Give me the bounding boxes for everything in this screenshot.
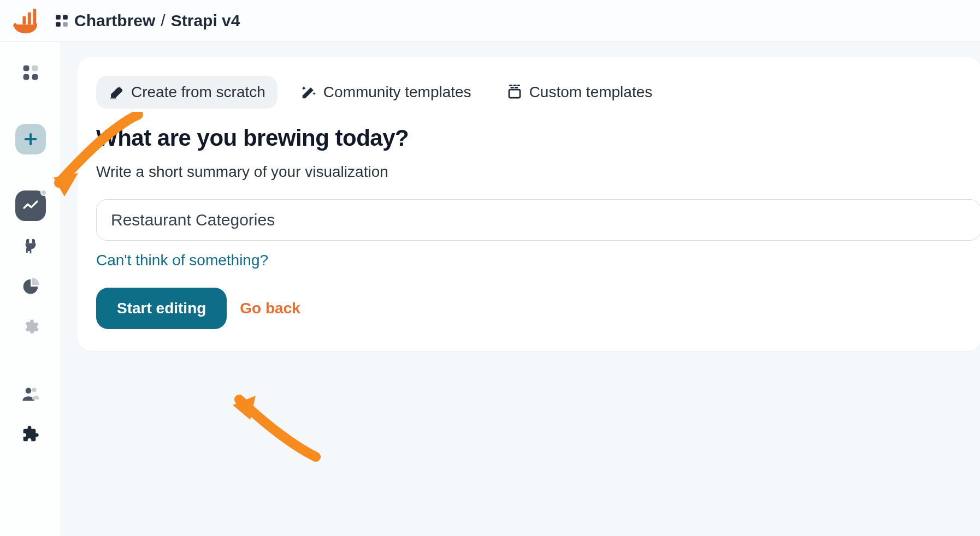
chart-name-input[interactable]	[96, 199, 980, 241]
svg-rect-5	[63, 15, 68, 20]
svg-rect-2	[28, 13, 31, 25]
breadcrumb-grid-icon	[55, 14, 69, 28]
svg-point-0	[13, 23, 17, 27]
svg-rect-10	[23, 74, 29, 80]
go-back-button[interactable]: Go back	[240, 300, 300, 317]
tab-label: Custom templates	[529, 84, 653, 101]
svg-rect-11	[32, 74, 38, 80]
sidebar-item-add[interactable]	[15, 124, 46, 154]
chart-mode-tabs: Create from scratch Community templates	[96, 76, 980, 109]
svg-rect-19	[110, 98, 116, 99]
svg-rect-8	[23, 65, 29, 72]
main-content: Create from scratch Community templates	[61, 42, 980, 536]
tab-community-templates[interactable]: Community templates	[288, 76, 483, 109]
form-actions: Start editing Go back	[96, 288, 980, 329]
template-icon	[506, 84, 523, 100]
form-subheading: Write a short summary of your visualizat…	[96, 163, 980, 181]
svg-rect-4	[56, 15, 61, 20]
svg-rect-9	[32, 65, 38, 72]
wand-icon	[300, 84, 317, 100]
svg-rect-6	[56, 22, 61, 27]
svg-rect-3	[33, 9, 36, 25]
breadcrumb: Chartbrew / Strapi v4	[55, 11, 240, 30]
sidebar-item-analytics[interactable]	[15, 190, 46, 221]
svg-point-18	[32, 388, 36, 392]
sidebar-item-connections[interactable]	[15, 231, 46, 261]
hint-link[interactable]: Can't think of something?	[96, 252, 268, 269]
sidebar-item-charts[interactable]	[15, 271, 46, 302]
start-editing-button[interactable]: Start editing	[96, 288, 227, 329]
tab-create-from-scratch[interactable]: Create from scratch	[96, 76, 278, 109]
tab-label: Community templates	[323, 84, 471, 101]
svg-rect-16	[29, 248, 31, 253]
create-chart-card: Create from scratch Community templates	[78, 57, 980, 351]
svg-rect-15	[32, 239, 34, 243]
svg-rect-20	[509, 90, 520, 98]
sidebar-item-dashboard[interactable]	[15, 57, 46, 88]
svg-rect-7	[63, 22, 68, 27]
sidebar-item-plugins[interactable]	[15, 419, 46, 449]
tab-custom-templates[interactable]: Custom templates	[494, 76, 665, 109]
sidebar-item-users[interactable]	[15, 378, 46, 409]
chartbrew-logo	[12, 8, 43, 34]
svg-rect-14	[27, 239, 29, 243]
tab-label: Create from scratch	[131, 84, 265, 101]
eraser-icon	[108, 84, 125, 100]
top-bar: Chartbrew / Strapi v4	[0, 0, 980, 42]
svg-rect-1	[22, 16, 26, 24]
sidebar-item-settings[interactable]	[15, 312, 46, 342]
sidebar	[0, 42, 61, 536]
breadcrumb-app[interactable]: Chartbrew	[74, 11, 155, 30]
form-heading: What are you brewing today?	[96, 125, 980, 151]
breadcrumb-separator: /	[161, 11, 165, 30]
analytics-badge-icon	[40, 189, 47, 196]
breadcrumb-project[interactable]: Strapi v4	[171, 11, 240, 30]
svg-point-17	[25, 388, 31, 394]
